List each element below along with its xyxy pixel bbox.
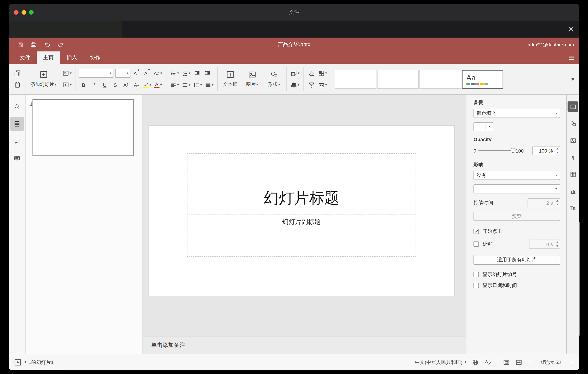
increase-indent-button[interactable] (203, 68, 213, 78)
window-title: 文件 (9, 9, 579, 15)
slide-thumbnail-1[interactable] (32, 99, 134, 156)
search-icon[interactable] (10, 100, 24, 113)
start-on-click-checkbox[interactable] (473, 229, 479, 234)
theme-option-3[interactable] (420, 70, 461, 88)
slide-settings-panel: 背景 颜色填充 ▾ ▾ Opacity 0 100 100 % (466, 95, 567, 354)
decrease-indent-button[interactable] (192, 68, 202, 78)
font-size-input[interactable]: ▾ (115, 69, 130, 78)
bullet-list-button[interactable]: ▾ (169, 68, 180, 78)
chat-icon[interactable] (10, 152, 24, 165)
horizontal-align-button[interactable]: ▾ (169, 80, 180, 90)
add-slide-icon (40, 70, 48, 80)
textart-settings-icon[interactable]: Ta (568, 203, 578, 213)
spellcheck-icon[interactable] (484, 359, 491, 365)
background-color-picker[interactable]: ▾ (473, 122, 493, 131)
copy-icon[interactable] (12, 68, 22, 78)
delay-checkbox[interactable] (473, 241, 479, 247)
insert-image-button[interactable]: 图片▾ (241, 67, 263, 91)
chevron-down-icon[interactable]: ▾ (25, 361, 26, 364)
save-icon[interactable] (13, 39, 27, 50)
increase-font-size-button[interactable]: A▴ (131, 68, 142, 78)
hamburger-menu-icon[interactable] (568, 51, 575, 64)
theme-option-2[interactable] (377, 70, 419, 88)
subscript-button[interactable]: A₂ (131, 80, 142, 90)
change-case-button[interactable]: Aa▾ (153, 68, 163, 78)
decrease-font-size-button[interactable]: A▾ (142, 68, 152, 78)
image-settings-icon[interactable] (568, 135, 578, 146)
arrange-shapes-button[interactable]: ▾ (290, 68, 301, 78)
bold-button[interactable]: B (78, 80, 89, 90)
close-icon[interactable] (567, 25, 575, 33)
fit-slide-icon[interactable] (503, 359, 510, 365)
zoom-out-button[interactable]: − (528, 358, 532, 366)
main-area: 1 幻灯片标题 幻灯片副标题 单击添加备注 背景 颜色填充 ▾ (9, 95, 579, 354)
insert-textbox-button[interactable]: 文本框 (219, 67, 241, 91)
undo-icon[interactable] (41, 39, 54, 50)
theme-option-4-selected[interactable]: Aa (462, 70, 503, 88)
shape-settings-icon[interactable] (568, 118, 578, 129)
show-slide-number-checkbox[interactable] (473, 272, 479, 277)
highlight-color-button[interactable]: ▾ (142, 80, 152, 90)
spinner-arrows[interactable] (556, 200, 558, 206)
slide-size-button[interactable]: ▾ (317, 80, 328, 90)
chevron-down-icon: ▾ (70, 72, 72, 75)
add-slide-button[interactable]: 添加幻灯片▾ (27, 67, 60, 91)
theme-gallery-expand-icon[interactable]: ▾ (569, 70, 577, 88)
zoom-in-button[interactable]: + (570, 358, 574, 366)
document-language-icon[interactable] (472, 359, 479, 365)
tab-file[interactable]: 文件 (13, 51, 37, 64)
font-name-input[interactable]: ▾ (78, 69, 113, 78)
effect-select[interactable]: 没有 ▾ (473, 171, 560, 180)
notes-area[interactable]: 单击添加备注 (143, 336, 466, 354)
ribbon-tabs: 文件 主页 插入 协作 (9, 51, 579, 64)
paragraph-settings-icon[interactable]: ¶ (568, 152, 578, 163)
table-settings-icon[interactable] (568, 169, 578, 179)
columns-button[interactable]: ▾ (203, 80, 215, 90)
underline-button[interactable]: U (100, 80, 110, 90)
effect-type-select[interactable]: ▾ (473, 184, 560, 193)
opacity-slider[interactable] (479, 150, 513, 151)
apply-to-all-slides-button[interactable]: 适用于所有幻灯片 (473, 255, 560, 265)
delay-spinner[interactable]: 10 s (529, 240, 560, 249)
color-scheme-button[interactable]: ▾ (317, 68, 328, 78)
preview-button[interactable]: 预览 (473, 212, 560, 221)
comments-icon[interactable] (10, 134, 24, 148)
chart-settings-icon[interactable] (568, 186, 578, 196)
tab-insert[interactable]: 插入 (60, 51, 84, 64)
vertical-align-button[interactable]: ▾ (180, 80, 192, 90)
numbered-list-button[interactable]: ▾ (180, 68, 192, 78)
slide-canvas: 幻灯片标题 幻灯片副标题 (149, 126, 454, 296)
italic-button[interactable]: I (89, 80, 99, 90)
insert-shape-button[interactable]: 形状▾ (263, 67, 285, 91)
superscript-button[interactable]: A² (121, 80, 131, 90)
tab-collaboration[interactable]: 协作 (84, 51, 107, 64)
redo-icon[interactable] (54, 39, 68, 50)
arrange-group: ▾ ▾ (288, 64, 302, 94)
clear-style-button[interactable] (306, 68, 316, 78)
show-date-time-checkbox[interactable] (473, 283, 479, 288)
slide-subtitle-placeholder[interactable]: 幻灯片副标题 (187, 214, 416, 257)
opacity-spinner[interactable]: 100 % (532, 146, 560, 155)
copy-style-button[interactable] (306, 80, 316, 90)
spinner-arrows[interactable] (556, 241, 558, 247)
start-slideshow-status-icon[interactable] (14, 358, 22, 366)
tab-home[interactable]: 主页 (37, 51, 60, 64)
fit-width-icon[interactable] (515, 359, 522, 365)
language-selector[interactable]: 中文(中华人民共和国) ▾ (415, 359, 466, 365)
start-slideshow-button[interactable]: ▾ (61, 80, 73, 90)
paste-icon[interactable] (12, 80, 22, 90)
background-fill-select[interactable]: 颜色填充 ▾ (473, 109, 560, 118)
font-color-button[interactable]: A ▾ (153, 80, 163, 90)
strikethrough-button[interactable]: S (110, 80, 120, 90)
slide-layout-button[interactable]: ▾ (61, 68, 73, 78)
slide-settings-icon[interactable] (568, 101, 578, 112)
duration-spinner[interactable]: 2 s (527, 198, 560, 207)
align-shapes-button[interactable]: ▾ (290, 80, 301, 90)
theme-option-1[interactable] (335, 70, 377, 88)
slide-title-placeholder[interactable]: 幻灯片标题 (187, 153, 416, 213)
line-spacing-button[interactable]: ▾ (192, 80, 203, 90)
slides-panel-icon[interactable] (10, 117, 24, 131)
opacity-slider-knob[interactable] (511, 148, 516, 153)
print-icon[interactable] (27, 39, 41, 50)
spinner-arrows[interactable] (556, 148, 558, 153)
